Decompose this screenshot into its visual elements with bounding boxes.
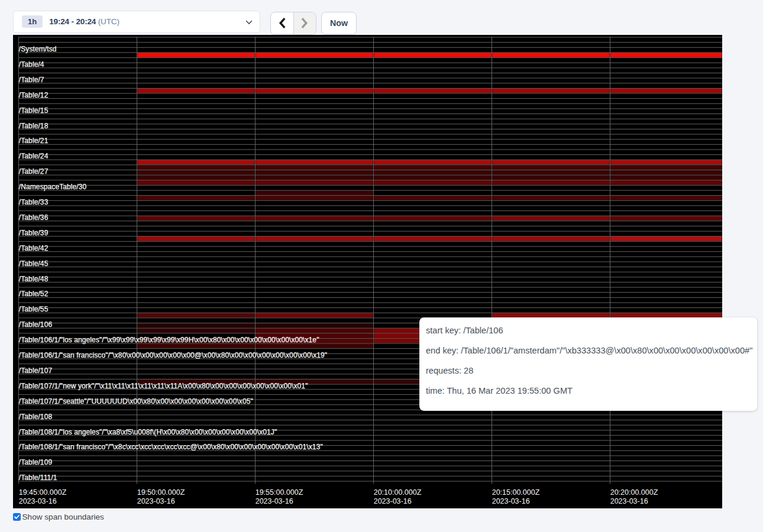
- svg-text:/Table/106/1/"san francisco"/": /Table/106/1/"san francisco"/"\x80\x00\x…: [18, 351, 326, 359]
- svg-text:/Table/4: /Table/4: [18, 60, 44, 68]
- svg-text:2023-03-16: 2023-03-16: [610, 497, 648, 505]
- svg-text:/Table/15: /Table/15: [18, 106, 48, 114]
- svg-text:/Table/107: /Table/107: [18, 366, 52, 374]
- svg-text:/NamespaceTable/30: /NamespaceTable/30: [18, 183, 86, 191]
- svg-text:19:45:00.000Z: 19:45:00.000Z: [18, 488, 66, 496]
- svg-text:/Table/24: /Table/24: [18, 152, 48, 160]
- svg-text:/Table/52: /Table/52: [18, 290, 48, 298]
- svg-text:/Table/108/1/"los angeles"/"\x: /Table/108/1/"los angeles"/"\xa8\xf5\u00…: [18, 427, 277, 436]
- svg-text:/System/tsd: /System/tsd: [18, 45, 56, 53]
- svg-text:20:15:00.000Z: 20:15:00.000Z: [492, 488, 539, 496]
- svg-text:/Table/12: /Table/12: [18, 90, 48, 99]
- svg-text:/Table/45: /Table/45: [18, 259, 48, 267]
- svg-text:/Table/106: /Table/106: [18, 320, 52, 329]
- svg-text:19:55:00.000Z: 19:55:00.000Z: [255, 488, 303, 496]
- svg-text:/Table/109: /Table/109: [18, 458, 52, 466]
- svg-text:2023-03-16: 2023-03-16: [255, 497, 293, 505]
- svg-text:2023-03-16: 2023-03-16: [137, 497, 174, 505]
- svg-text:/Table/55: /Table/55: [18, 305, 48, 313]
- svg-text:/Table/27: /Table/27: [18, 167, 48, 176]
- svg-text:/Table/7: /Table/7: [18, 75, 44, 83]
- svg-text:/Table/21: /Table/21: [18, 137, 48, 145]
- svg-text:2023-03-16: 2023-03-16: [373, 497, 411, 505]
- svg-text:2023-03-16: 2023-03-16: [18, 497, 56, 505]
- svg-text:/Table/36: /Table/36: [18, 213, 48, 221]
- svg-text:/Table/111/1: /Table/111/1: [18, 473, 57, 482]
- svg-text:/Table/39: /Table/39: [18, 228, 48, 236]
- svg-text:/Table/106/1/"los angeles"/"\x: /Table/106/1/"los angeles"/"\x99\x99\x99…: [18, 336, 319, 344]
- svg-text:/Table/48: /Table/48: [18, 274, 48, 283]
- svg-text:2023-03-16: 2023-03-16: [492, 497, 529, 505]
- svg-text:/Table/107/1/"seattle"/"UUUUUU: /Table/107/1/"seattle"/"UUUUUUD\x00\x80\…: [18, 397, 253, 405]
- svg-text:19:50:00.000Z: 19:50:00.000Z: [137, 488, 185, 496]
- svg-text:/Table/107/1/"new york"/"\x11\: /Table/107/1/"new york"/"\x11\x11\x11\x1…: [18, 381, 308, 390]
- svg-text:/Table/42: /Table/42: [18, 244, 48, 252]
- svg-text:/Table/108/1/"san francisco"/": /Table/108/1/"san francisco"/"\x8c\xcc\x…: [18, 443, 322, 451]
- svg-text:/Table/33: /Table/33: [18, 198, 48, 206]
- svg-text:/Table/108: /Table/108: [18, 412, 52, 420]
- svg-text:20:20:00.000Z: 20:20:00.000Z: [610, 488, 658, 496]
- svg-text:20:10:00.000Z: 20:10:00.000Z: [373, 488, 421, 496]
- svg-text:/Table/18: /Table/18: [18, 121, 48, 129]
